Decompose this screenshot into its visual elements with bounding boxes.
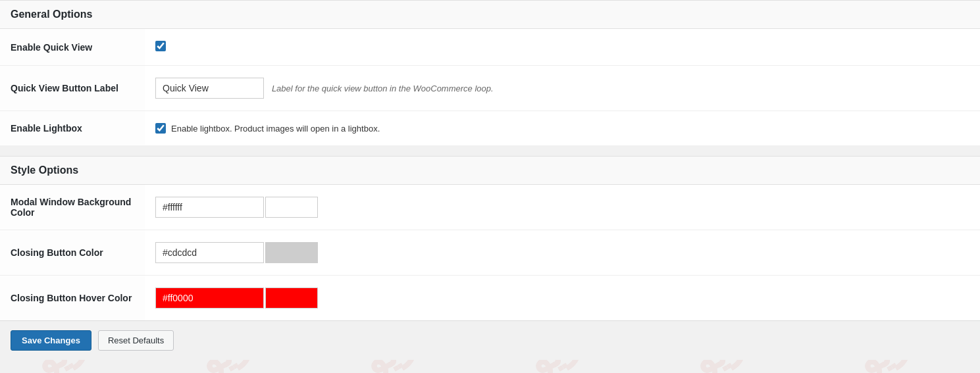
- closing-btn-hover-color-swatch: [265, 287, 318, 309]
- table-row: Closing Button Color: [0, 230, 980, 276]
- closing-btn-color-wrapper: [155, 242, 969, 263]
- lightbox-inline-wrapper: Enable lightbox. Product images will ope…: [155, 123, 969, 134]
- closing-btn-hover-color-input[interactable]: [155, 287, 264, 309]
- enable-quick-view-cell: [145, 29, 980, 66]
- quick-view-label-description: Label for the quick view button in the W…: [272, 84, 494, 93]
- closing-btn-hover-color-cell: [145, 276, 980, 321]
- closing-btn-color-input[interactable]: [155, 242, 264, 263]
- enable-lightbox-label: Enable Lightbox: [0, 111, 145, 146]
- modal-bg-color-wrapper: [155, 197, 969, 218]
- modal-bg-color-swatch: [265, 197, 318, 218]
- quick-view-label-cell: Label for the quick view button in the W…: [145, 66, 980, 111]
- enable-lightbox-checkbox[interactable]: [155, 123, 166, 134]
- table-row: Enable Quick View: [0, 29, 980, 66]
- quick-view-label-label: Quick View Button Label: [0, 66, 145, 111]
- table-row: Quick View Button Label Label for the qu…: [0, 66, 980, 111]
- table-row: Closing Button Hover Color: [0, 276, 980, 321]
- reset-defaults-button[interactable]: Reset Defaults: [98, 330, 174, 351]
- closing-btn-hover-color-wrapper: [155, 287, 969, 309]
- modal-bg-color-input[interactable]: [155, 197, 264, 218]
- page-wrapper: General Options Enable Quick View Quick …: [0, 0, 980, 360]
- enable-lightbox-cell: Enable lightbox. Product images will ope…: [145, 111, 980, 146]
- table-row: Enable Lightbox Enable lightbox. Product…: [0, 111, 980, 146]
- lightbox-description: Enable lightbox. Product images will ope…: [171, 124, 380, 134]
- table-row: Modal Window Background Color: [0, 185, 980, 230]
- general-options-table: Enable Quick View Quick View Button Labe…: [0, 29, 980, 145]
- footer-bar: Save Changes Reset Defaults: [0, 320, 980, 360]
- modal-bg-color-label: Modal Window Background Color: [0, 185, 145, 230]
- closing-btn-color-swatch: [265, 242, 318, 263]
- style-options-header: Style Options: [0, 156, 980, 185]
- general-options-header: General Options: [0, 0, 980, 29]
- closing-btn-hover-color-label: Closing Button Hover Color: [0, 276, 145, 321]
- closing-btn-color-label: Closing Button Color: [0, 230, 145, 276]
- modal-bg-color-cell: [145, 185, 980, 230]
- general-options-title: General Options: [11, 9, 92, 20]
- style-options-title: Style Options: [11, 164, 78, 176]
- style-options-table: Modal Window Background Color Closing Bu…: [0, 185, 980, 320]
- save-changes-button[interactable]: Save Changes: [11, 330, 91, 351]
- quick-view-label-input[interactable]: [155, 78, 264, 99]
- enable-quick-view-label: Enable Quick View: [0, 29, 145, 66]
- enable-quick-view-checkbox[interactable]: [155, 41, 166, 51]
- closing-btn-color-cell: [145, 230, 980, 276]
